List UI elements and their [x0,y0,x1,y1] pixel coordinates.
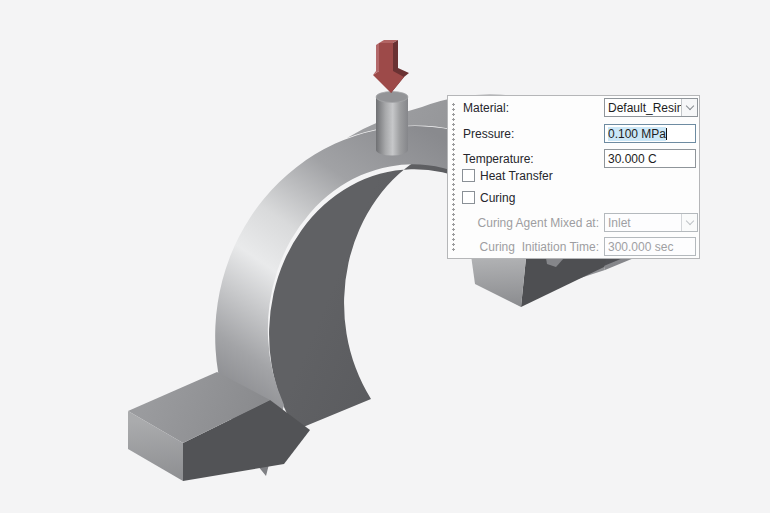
temperature-label: Temperature: [463,152,534,166]
text-caret [666,128,667,140]
pressure-input[interactable]: 0.100 MPa [604,124,696,143]
curing-checkbox[interactable] [462,191,475,204]
heat-transfer-label: Heat Transfer [480,169,553,183]
pressure-value: 0.100 MPa [608,127,666,141]
material-dropdown-button[interactable] [681,99,697,116]
curing-time-value: 300.000 sec [608,240,673,254]
heat-transfer-checkbox[interactable] [462,169,475,182]
curing-time-input: 300.000 sec [604,237,696,256]
material-value: Default_Resin [605,101,681,115]
curing-agent-label: Curing Agent Mixed at: [458,216,599,230]
curing-agent-dropdown-button [681,214,697,231]
inlet-cylinder [376,92,408,156]
boundary-condition-panel: Material: Default_Resin Pressure: 0.100 … [447,95,700,259]
material-label: Material: [463,101,509,115]
curing-time-label: Curing Initiation Time: [458,240,599,254]
chevron-down-icon [685,102,693,110]
curing-agent-select: Inlet [604,213,698,232]
chevron-down-icon [685,217,693,225]
curing-agent-value: Inlet [605,216,681,230]
pressure-label: Pressure: [463,127,514,141]
temperature-value: 30.000 C [608,152,657,166]
temperature-input[interactable]: 30.000 C [604,149,696,168]
curing-label: Curing [480,191,515,205]
panel-grip-icon[interactable] [452,102,455,252]
injection-arrow-icon [373,40,409,93]
material-select[interactable]: Default_Resin [604,98,698,117]
